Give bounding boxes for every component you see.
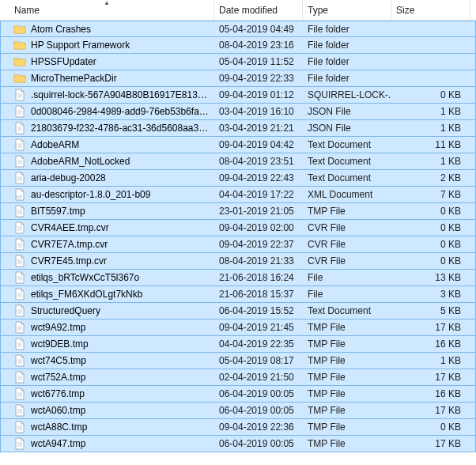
sort-indicator-asc-icon: ▲: [104, 0, 110, 6]
column-header-date[interactable]: Date modified: [214, 0, 303, 20]
file-name-label: HP Support Framework: [31, 40, 130, 51]
file-name-label: HPSSFUpdater: [31, 56, 96, 67]
file-row[interactable]: wct9A92.tmp09-04-2019 21:45TMP File17 KB: [0, 319, 476, 336]
file-row[interactable]: etilqs_bRTcWxCcT5l367o21-06-2018 16:24Fi…: [0, 270, 476, 286]
column-header-label: Size: [396, 5, 414, 16]
cell-type: TMP File: [303, 322, 391, 333]
cell-name: wctA947.tmp: [1, 437, 214, 450]
file-row[interactable]: wctA060.tmp06-04-2019 00:05TMP File17 KB: [0, 403, 476, 419]
file-row[interactable]: CVR7E7A.tmp.cvr09-04-2019 22:37CVR File0…: [0, 236, 476, 253]
cell-name: wct6776.tmp: [1, 388, 214, 400]
file-icon: [13, 354, 26, 367]
cell-name: 0d008046-2984-4989-add9-76eb53b6fa92...: [1, 105, 214, 118]
column-header-name[interactable]: Name ▲: [0, 0, 214, 20]
file-icon: [13, 205, 26, 217]
file-row[interactable]: 0d008046-2984-4989-add9-76eb53b6fa92...0…: [0, 104, 476, 120]
cell-size: 1 KB: [391, 156, 466, 167]
cell-name: BIT5597.tmp: [1, 205, 214, 217]
file-name-label: CVR4AEE.tmp.cvr: [31, 222, 109, 233]
cell-date: 05-04-2019 04:49: [214, 24, 303, 35]
file-icon: [13, 172, 26, 184]
file-name-label: au-descriptor-1.8.0_201-b09: [31, 189, 150, 200]
cell-type: TMP File: [303, 372, 391, 383]
cell-date: 04-04-2019 22:35: [214, 338, 303, 350]
cell-type: TMP File: [303, 355, 391, 366]
file-row[interactable]: 21803679-f232-4786-ac31-36d5608aa3ff.j..…: [0, 120, 476, 137]
column-header-type[interactable]: Type: [303, 0, 391, 20]
cell-size: 7 KB: [391, 189, 466, 200]
file-row[interactable]: .squirrel-lock-567A904B80B16917E813CC...…: [0, 87, 476, 104]
file-row[interactable]: AdobeARM_NotLocked08-04-2019 23:51Text D…: [0, 153, 476, 170]
cell-type: TMP File: [303, 206, 391, 217]
cell-size: 0 KB: [391, 239, 466, 250]
cell-date: 04-04-2019 17:22: [214, 189, 303, 200]
cell-name: wct752A.tmp: [1, 371, 214, 384]
file-row[interactable]: HPSSFUpdater05-04-2019 11:52File folder: [0, 54, 476, 70]
cell-type: File: [303, 272, 391, 283]
cell-date: 06-04-2019 00:05: [214, 405, 303, 416]
file-row[interactable]: wct6776.tmp06-04-2019 00:05TMP File16 KB: [0, 386, 476, 403]
cell-name: AdobeARM: [1, 138, 214, 151]
cell-size: 0 KB: [391, 89, 466, 100]
cell-type: CVR File: [303, 239, 391, 250]
file-row[interactable]: CVR4AEE.tmp.cvr09-04-2019 02:00CVR File0…: [0, 220, 476, 236]
cell-size: 17 KB: [391, 438, 466, 449]
column-header-label: Name: [14, 5, 40, 16]
file-icon: [13, 221, 26, 234]
file-icon: [13, 122, 26, 134]
file-row[interactable]: CVR7E45.tmp.cvr08-04-2019 21:33CVR File0…: [0, 253, 476, 270]
file-row[interactable]: wctA947.tmp06-04-2019 00:05TMP File17 KB: [0, 436, 476, 452]
cell-size: 16 KB: [391, 388, 466, 399]
file-icon: [13, 271, 26, 284]
cell-type: JSON File: [303, 123, 391, 134]
file-row[interactable]: AdobeARM09-04-2019 04:42Text Document11 …: [0, 137, 476, 153]
file-name-label: wctA947.tmp: [31, 438, 85, 449]
cell-name: 21803679-f232-4786-ac31-36d5608aa3ff.j..…: [1, 122, 214, 134]
cell-date: 21-06-2018 15:37: [214, 289, 303, 300]
file-row[interactable]: Atom Crashes05-04-2019 04:49File folder: [0, 21, 476, 37]
file-icon: [13, 89, 26, 101]
file-row[interactable]: MicroThemePackDir09-04-2019 22:33File fo…: [0, 70, 476, 87]
file-row[interactable]: wct9DEB.tmp04-04-2019 22:35TMP File16 KB: [0, 336, 476, 353]
cell-type: TMP File: [303, 438, 391, 449]
cell-size: 1 KB: [391, 123, 466, 134]
cell-type: Text Document: [303, 305, 391, 316]
cell-name: AdobeARM_NotLocked: [1, 155, 214, 168]
cell-size: 5 KB: [391, 305, 466, 316]
file-row[interactable]: wct752A.tmp02-04-2019 21:50TMP File17 KB: [0, 369, 476, 386]
folder-icon: [13, 39, 26, 51]
cell-name: wct9DEB.tmp: [1, 338, 214, 350]
cell-name: wctA060.tmp: [1, 404, 214, 417]
cell-type: TMP File: [303, 338, 391, 350]
file-row[interactable]: StructuredQuery06-04-2019 15:52Text Docu…: [0, 303, 476, 319]
file-icon: [13, 155, 26, 168]
cell-size: 13 KB: [391, 272, 466, 283]
file-row[interactable]: BIT5597.tmp23-01-2019 21:05TMP File0 KB: [0, 203, 476, 220]
file-name-label: BIT5597.tmp: [31, 206, 85, 217]
file-row[interactable]: etilqs_FM6XKdOLgt7kNkb21-06-2018 15:37Fi…: [0, 286, 476, 303]
file-icon: [13, 238, 26, 251]
file-name-label: wct6776.tmp: [31, 388, 85, 399]
file-row[interactable]: wct74C5.tmp05-04-2019 08:17TMP File1 KB: [0, 353, 476, 369]
file-row[interactable]: aria-debug-2002809-04-2019 22:43Text Doc…: [0, 170, 476, 187]
column-header-size[interactable]: Size: [391, 0, 470, 20]
file-name-label: wct74C5.tmp: [31, 355, 86, 366]
folder-icon: [13, 23, 26, 36]
cell-name: StructuredQuery: [1, 304, 214, 317]
cell-name: MicroThemePackDir: [1, 72, 214, 85]
cell-size: 17 KB: [391, 405, 466, 416]
file-row[interactable]: au-descriptor-1.8.0_201-b0904-04-2019 17…: [0, 187, 476, 203]
file-name-label: AdobeARM_NotLocked: [31, 156, 130, 167]
file-name-label: Atom Crashes: [31, 24, 91, 35]
file-icon: [13, 437, 26, 450]
file-name-label: .squirrel-lock-567A904B80B16917E813CC...: [31, 89, 210, 100]
file-row[interactable]: HP Support Framework08-04-2019 23:16File…: [0, 37, 476, 54]
cell-date: 03-04-2019 21:21: [214, 123, 303, 134]
cell-size: 0 KB: [391, 255, 466, 267]
cell-date: 03-04-2019 16:10: [214, 106, 303, 117]
cell-date: 21-06-2018 16:24: [214, 272, 303, 283]
cell-type: TMP File: [303, 405, 391, 416]
file-row[interactable]: wctA88C.tmp09-04-2019 22:36TMP File0 KB: [0, 419, 476, 436]
cell-size: 1 KB: [391, 106, 466, 117]
file-name-label: StructuredQuery: [31, 305, 100, 316]
